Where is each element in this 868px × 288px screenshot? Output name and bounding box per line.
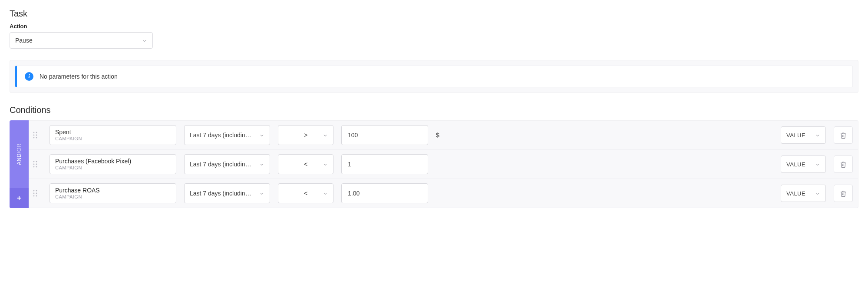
condition-row: Spent CAMPAIGN Last 7 days (includin… > … (29, 120, 858, 150)
operator-value: > (304, 132, 307, 139)
metric-name: Purchases (Facebook Pixel) (55, 158, 171, 165)
metric-select[interactable]: Spent CAMPAIGN (50, 125, 176, 145)
period-select[interactable]: Last 7 days (includin… (184, 183, 270, 203)
svg-point-13 (36, 190, 37, 192)
metric-level: CAMPAIGN (55, 165, 171, 171)
drag-handle[interactable] (29, 154, 42, 174)
period-value: Last 7 days (includin… (190, 161, 255, 168)
svg-point-6 (33, 161, 35, 162)
logic-or-label: OR (16, 143, 22, 152)
value-input[interactable] (341, 154, 428, 174)
task-title: Task (10, 9, 858, 19)
logic-and-label: AND (16, 153, 22, 165)
action-params-panel: i No parameters for this action (10, 60, 858, 93)
svg-point-15 (36, 193, 37, 194)
logic-slash: / (16, 152, 22, 153)
svg-point-0 (33, 132, 35, 133)
condition-row: Purchases (Facebook Pixel) CAMPAIGN Last… (29, 150, 858, 179)
action-select[interactable]: Pause (10, 32, 153, 49)
trash-icon (840, 189, 847, 197)
action-label: Action (10, 23, 858, 30)
value-unit: $ (436, 125, 446, 145)
svg-point-17 (36, 195, 37, 197)
logic-rail: AND / OR + (10, 120, 29, 208)
trash-icon (840, 131, 847, 139)
action-select-value: Pause (15, 37, 33, 44)
metric-name: Spent (55, 129, 171, 136)
compare-mode-value: VALUE (786, 190, 805, 197)
chevron-down-icon (815, 132, 820, 139)
info-callout-text: No parameters for this action (40, 73, 118, 80)
drag-handle[interactable] (29, 183, 42, 203)
svg-point-14 (33, 193, 35, 194)
delete-condition-button[interactable] (834, 185, 853, 202)
metric-level: CAMPAIGN (55, 136, 171, 142)
value-unit (436, 183, 446, 203)
value-input[interactable] (341, 183, 428, 203)
svg-point-1 (36, 132, 37, 133)
svg-point-3 (36, 135, 37, 136)
svg-point-7 (36, 161, 37, 162)
drag-handle[interactable] (29, 125, 42, 145)
chevron-down-icon (323, 161, 328, 168)
svg-point-8 (33, 164, 35, 165)
svg-point-5 (36, 137, 37, 139)
chevron-down-icon (323, 132, 328, 139)
period-value: Last 7 days (includin… (190, 190, 255, 197)
chevron-down-icon (259, 132, 264, 139)
conditions-block: AND / OR + Spent CAMPAIGN Last 7 days (i… (10, 120, 858, 208)
operator-select[interactable]: > (278, 125, 333, 145)
metric-name: Purchase ROAS (55, 187, 171, 194)
operator-value: < (304, 190, 307, 197)
trash-icon (840, 160, 847, 168)
chevron-down-icon (259, 190, 264, 197)
delete-condition-button[interactable] (834, 126, 853, 144)
condition-rows: Spent CAMPAIGN Last 7 days (includin… > … (29, 120, 858, 208)
delete-condition-button[interactable] (834, 156, 853, 173)
compare-mode-select[interactable]: VALUE (781, 156, 826, 173)
compare-mode-select[interactable]: VALUE (781, 185, 826, 202)
operator-select[interactable]: < (278, 154, 333, 174)
metric-level: CAMPAIGN (55, 194, 171, 200)
condition-row: Purchase ROAS CAMPAIGN Last 7 days (incl… (29, 179, 858, 208)
chevron-down-icon (142, 37, 147, 44)
metric-select[interactable]: Purchase ROAS CAMPAIGN (50, 183, 176, 203)
compare-mode-value: VALUE (786, 161, 805, 168)
add-condition-button[interactable]: + (10, 188, 29, 208)
period-select[interactable]: Last 7 days (includin… (184, 125, 270, 145)
metric-select[interactable]: Purchases (Facebook Pixel) CAMPAIGN (50, 154, 176, 174)
svg-point-4 (33, 137, 35, 139)
period-value: Last 7 days (includin… (190, 132, 255, 139)
value-unit (436, 154, 446, 174)
svg-point-11 (36, 166, 37, 168)
chevron-down-icon (259, 161, 264, 168)
conditions-title: Conditions (10, 105, 858, 115)
svg-point-10 (33, 166, 35, 168)
chevron-down-icon (323, 190, 328, 197)
chevron-down-icon (815, 161, 820, 168)
svg-point-16 (33, 195, 35, 197)
svg-point-9 (36, 164, 37, 165)
compare-mode-select[interactable]: VALUE (781, 126, 826, 144)
info-icon: i (25, 72, 33, 81)
plus-icon: + (17, 194, 22, 203)
svg-point-2 (33, 135, 35, 136)
chevron-down-icon (815, 190, 820, 197)
operator-value: < (304, 161, 307, 168)
operator-select[interactable]: < (278, 183, 333, 203)
logic-toggle[interactable]: AND / OR (10, 120, 29, 188)
value-input[interactable] (341, 125, 428, 145)
svg-point-12 (33, 190, 35, 192)
info-callout: i No parameters for this action (15, 66, 853, 87)
period-select[interactable]: Last 7 days (includin… (184, 154, 270, 174)
compare-mode-value: VALUE (786, 132, 805, 139)
